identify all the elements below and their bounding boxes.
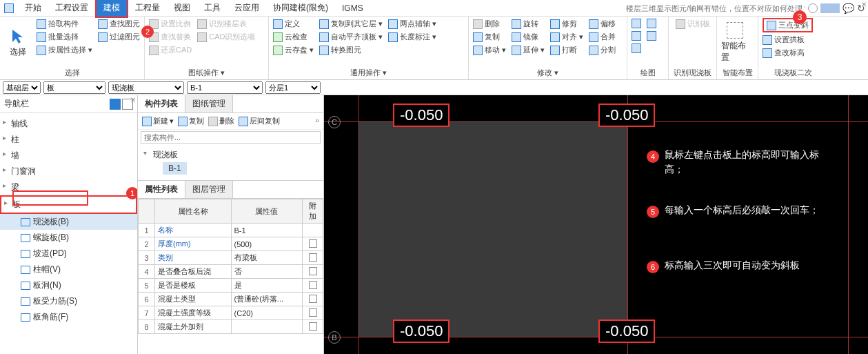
help-search-input[interactable] (626, 4, 805, 12)
tree-root[interactable]: 现浇板 (143, 148, 318, 162)
circle[interactable] (647, 18, 656, 29)
elevation-tr[interactable]: -0.050 (598, 104, 655, 127)
tab-view[interactable]: 视图 (167, 0, 197, 17)
user-avatar[interactable] (820, 3, 840, 13)
type-select[interactable]: 板 (43, 81, 105, 94)
tree-axis[interactable]: 轴线 (0, 116, 137, 132)
tab-drawing-mgmt[interactable]: 图纸管理 (185, 95, 233, 112)
drawing-canvas[interactable]: C B -0.050 -0.050 -0.050 -0.050 4 鼠标左键点击… (324, 95, 868, 354)
arc[interactable] (647, 30, 656, 41)
delete-button[interactable]: 删除 (208, 116, 234, 126)
floor-copy-button[interactable]: 层间复制 (239, 116, 280, 126)
pick-component[interactable]: 拾取构件 (37, 18, 92, 30)
auto-align-top[interactable]: 自动平齐顶板 ▾ (319, 31, 383, 43)
top-tab-bar: 开始 工程设置 建模 工程量 视图 工具 云应用 协同建模(限免) IGMS 💬… (0, 0, 868, 17)
tree-wall[interactable]: 墙 (0, 148, 137, 164)
select-button[interactable]: 选择 (4, 18, 31, 68)
board-element[interactable] (359, 121, 627, 337)
copy[interactable]: 复制 (473, 31, 506, 43)
cloud-save[interactable]: 云存盘 ▾ (273, 44, 314, 56)
extend[interactable]: 延伸 ▾ (512, 44, 545, 56)
cloud-check[interactable]: 云检查 (273, 31, 314, 43)
elevation-tl[interactable]: -0.050 (393, 104, 450, 127)
set-arch[interactable]: 设置拱板 (763, 34, 813, 46)
nav-title: 导航栏 (4, 98, 110, 110)
table-row[interactable]: 6混凝土类型(普通砼(坍落... (139, 293, 323, 306)
sub-lxb[interactable]: 螺旋板(B) (0, 230, 137, 246)
tab-prop-list[interactable]: 属性列表 (138, 181, 185, 198)
split[interactable]: 分割 (589, 44, 616, 56)
table-row[interactable]: 5是否是楼板是 (139, 279, 323, 293)
trim[interactable]: 修剪 (550, 18, 583, 30)
merge[interactable]: 合并 (589, 31, 616, 43)
tree-opening[interactable]: 门窗洞 (0, 164, 137, 179)
tab-project[interactable]: 工程设置 (48, 0, 95, 17)
new-button[interactable]: 新建 ▾ (142, 116, 174, 126)
two-point-axis[interactable]: 两点辅轴 ▾ (388, 18, 436, 30)
sidebar-close-icon[interactable]: ✕ (130, 96, 136, 104)
component-search-input[interactable] (141, 131, 321, 144)
delete[interactable]: 删除 (473, 18, 506, 30)
select-by-prop[interactable]: 按属性选择 ▾ (37, 44, 92, 56)
sub-zm[interactable]: 柱帽(V) (0, 262, 137, 277)
find-element[interactable]: 查找图元 (98, 18, 140, 30)
view-toggle-list-icon[interactable] (110, 99, 121, 110)
length-dim[interactable]: 长度标注 ▾ (388, 31, 436, 43)
table-row[interactable]: 2厚度(mm)(500) (139, 237, 323, 251)
tab-igms[interactable]: IGMS (335, 1, 370, 16)
name-select[interactable]: B-1 (187, 81, 263, 94)
tab-start[interactable]: 开始 (18, 0, 48, 17)
subtype-select[interactable]: 现浇板 (108, 81, 184, 94)
sub-bjj[interactable]: 板角筋(F) (0, 309, 137, 325)
mirror[interactable]: 镜像 (512, 31, 545, 43)
sub-bd[interactable]: 板洞(N) (0, 277, 137, 293)
cad-options: CAD识别选项 (197, 31, 255, 43)
filter-element[interactable]: 过滤图元 (98, 31, 140, 43)
table-row[interactable]: 1名称B-1 (139, 224, 323, 237)
elevation-br[interactable]: -0.050 (598, 319, 655, 343)
rotate[interactable]: 旋转 (512, 18, 545, 30)
group-label-common: 通用操作 ▾ (273, 68, 464, 79)
find-replace: 查找替换 (149, 31, 192, 43)
tab-component-list[interactable]: 构件列表 (138, 95, 185, 112)
define[interactable]: 定义 (273, 18, 314, 30)
tree-column[interactable]: 柱 (0, 132, 137, 148)
smart-layout-button[interactable]: 智能布置 (721, 18, 749, 68)
rect[interactable] (632, 43, 641, 54)
table-row[interactable]: 3类别有梁板 (139, 251, 323, 265)
batch-select[interactable]: 批量选择 (37, 31, 92, 43)
search-icon[interactable] (808, 3, 818, 13)
convert-element[interactable]: 转换图元 (319, 44, 383, 56)
toolbar-more-icon[interactable]: » (315, 116, 319, 126)
tree-leaf-b1[interactable]: B-1 (163, 162, 187, 175)
tab-quantity[interactable]: 工程量 (128, 0, 167, 17)
align[interactable]: 对齐 ▾ (550, 31, 583, 43)
tab-model[interactable]: 建模 (95, 0, 128, 18)
chat-icon[interactable]: 💬 (842, 3, 854, 14)
sub-pd[interactable]: 坡道(PD) (0, 246, 137, 262)
layer-select[interactable]: 分层1 (265, 81, 321, 94)
break[interactable]: 打断 (550, 44, 583, 56)
check-elev[interactable]: 查改标高 (763, 47, 813, 59)
table-row[interactable]: 8混凝土外加剂 (139, 320, 323, 334)
copy-to-floor[interactable]: 复制到其它层 ▾ (319, 18, 383, 30)
group-label-board2: 现浇板二次 (763, 68, 823, 79)
midpanel-close-icon[interactable]: ✕ (861, 1, 867, 8)
move[interactable]: 移动 ▾ (473, 44, 506, 56)
tab-layer-mgmt[interactable]: 图层管理 (185, 181, 233, 198)
table-row[interactable]: 7混凝土强度等级(C20) (139, 306, 323, 320)
sub-xjb[interactable]: 现浇板(B) (0, 214, 137, 230)
tab-tools[interactable]: 工具 (197, 0, 228, 17)
tab-collab[interactable]: 协同建模(限免) (266, 0, 335, 17)
note-4: 鼠标左键点击板上的标高即可输入标高； (665, 148, 837, 177)
line[interactable] (632, 30, 641, 41)
copy-button[interactable]: 复制 (178, 116, 204, 126)
elevation-bl[interactable]: -0.050 (393, 319, 450, 343)
table-row[interactable]: 4是否叠合板后浇否 (139, 265, 323, 279)
annotation-marker-3: 3 (793, 10, 807, 24)
tab-cloud[interactable]: 云应用 (228, 0, 266, 17)
point[interactable] (632, 18, 641, 29)
offset[interactable]: 偏移 (589, 18, 616, 30)
sub-bslj[interactable]: 板受力筋(S) (0, 293, 137, 309)
floor-select[interactable]: 基础层 (3, 81, 41, 94)
